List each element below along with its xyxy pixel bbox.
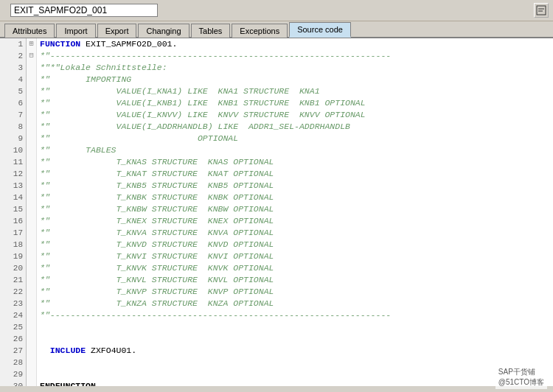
tab-attributes[interactable]: Attributes — [4, 24, 55, 38]
line-marker — [27, 109, 36, 121]
line-marker — [27, 368, 36, 380]
line-marker — [27, 274, 36, 286]
code-line: *" T_KNVD STRUCTURE KNVD OPTIONAL — [40, 239, 550, 251]
line-number: 28 — [0, 357, 26, 368]
line-number: 21 — [0, 274, 26, 286]
code-line — [40, 333, 550, 345]
line-marker — [27, 286, 36, 298]
line-number: 12 — [0, 168, 26, 180]
code-line: INCLUDE ZXFO4U01. — [40, 345, 550, 357]
code-line: *" VALUE(I_KNB1) LIKE KNB1 STRUCTURE KNB… — [40, 97, 550, 109]
line-marker — [27, 97, 36, 109]
line-marker — [27, 144, 36, 156]
line-number: 7 — [0, 109, 26, 121]
tab-export[interactable]: Export — [97, 24, 137, 38]
tab-import[interactable]: Import — [56, 24, 95, 38]
line-number: 2 — [0, 50, 26, 62]
code-content[interactable]: FUNCTION EXIT_SAPMFO2D_001.*"-----------… — [37, 38, 553, 386]
line-number: 20 — [0, 262, 26, 274]
code-line: *"--------------------------------------… — [40, 309, 550, 321]
line-number: 17 — [0, 227, 26, 239]
line-marker: ⊟ — [27, 50, 36, 62]
line-marker — [27, 345, 36, 357]
code-line: *" T_KNAS STRUCTURE KNAS OPTIONAL — [40, 156, 550, 168]
line-number: 30 — [0, 380, 26, 386]
line-number: 16 — [0, 215, 26, 227]
line-marker — [27, 156, 36, 168]
code-line: *" VALUE(I_KNA1) LIKE KNA1 STRUCTURE KNA… — [40, 85, 550, 97]
line-marker: ⊞ — [27, 38, 36, 50]
code-line: *" T_KNVA STRUCTURE KNVA OPTIONAL — [40, 227, 550, 239]
line-number: 23 — [0, 298, 26, 309]
watermark-line2: @51CTO博客 — [498, 377, 544, 388]
line-number: 11 — [0, 156, 26, 168]
line-marker — [27, 357, 36, 368]
code-line: *" T_KNAT STRUCTURE KNAT OPTIONAL — [40, 168, 550, 180]
line-marker — [27, 74, 36, 85]
tab-tables[interactable]: Tables — [191, 24, 231, 38]
line-numbers: 1234567891011121314151617181920212223242… — [0, 38, 27, 386]
line-number: 10 — [0, 144, 26, 156]
code-line: *" IMPORTING — [40, 74, 550, 85]
module-name-input[interactable] — [10, 4, 158, 17]
marker-col: ⊞⊟ — [27, 38, 37, 386]
tab-source-code[interactable]: Source code — [289, 22, 351, 38]
line-marker — [27, 133, 36, 144]
line-number: 25 — [0, 321, 26, 333]
code-line — [40, 368, 550, 380]
line-number: 18 — [0, 239, 26, 251]
line-number: 13 — [0, 180, 26, 192]
line-number: 19 — [0, 251, 26, 262]
line-number: 8 — [0, 121, 26, 133]
code-line: FUNCTION EXIT_SAPMFO2D_001. — [40, 38, 550, 50]
line-marker — [27, 380, 36, 386]
line-marker — [27, 203, 36, 215]
line-number: 6 — [0, 97, 26, 109]
line-number: 14 — [0, 192, 26, 203]
line-marker — [27, 180, 36, 192]
line-number: 4 — [0, 74, 26, 85]
watermark: SAP干货铺 @51CTO博客 — [495, 365, 547, 389]
code-line: ENDFUNCTION. — [40, 380, 550, 386]
tab-exceptions[interactable]: Exceptions — [232, 24, 288, 38]
code-line: *" T_KNVK STRUCTURE KNVK OPTIONAL — [40, 262, 550, 274]
line-marker — [27, 239, 36, 251]
code-line — [40, 357, 550, 368]
code-line: *" T_KNEX STRUCTURE KNEX OPTIONAL — [40, 215, 550, 227]
line-number: 15 — [0, 203, 26, 215]
line-number: 9 — [0, 133, 26, 144]
icon-button[interactable] — [534, 3, 549, 18]
code-line: *" VALUE(I_ADDRHANDLB) LIKE ADDR1_SEL-AD… — [40, 121, 550, 133]
code-line — [40, 321, 550, 333]
line-marker — [27, 227, 36, 239]
line-marker — [27, 168, 36, 180]
code-line: *" T_KNVI STRUCTURE KNVI OPTIONAL — [40, 251, 550, 262]
line-marker — [27, 321, 36, 333]
line-marker — [27, 298, 36, 309]
line-marker — [27, 251, 36, 262]
line-marker — [27, 121, 36, 133]
line-marker — [27, 262, 36, 274]
code-line: *" TABLES — [40, 144, 550, 156]
line-number: 29 — [0, 368, 26, 380]
line-number: 26 — [0, 333, 26, 345]
code-line: *" T_KNBW STRUCTURE KNBW OPTIONAL — [40, 203, 550, 215]
line-number: 3 — [0, 62, 26, 74]
code-line: *" T_KNBK STRUCTURE KNBK OPTIONAL — [40, 192, 550, 203]
code-line: *"*"Lokale Schnittstelle: — [40, 62, 550, 74]
tab-changing[interactable]: Changing — [138, 24, 189, 38]
line-marker — [27, 192, 36, 203]
line-marker — [27, 333, 36, 345]
code-area: 1234567891011121314151617181920212223242… — [0, 38, 553, 386]
line-number: 24 — [0, 309, 26, 321]
code-line: *"--------------------------------------… — [40, 50, 550, 62]
line-marker — [27, 62, 36, 74]
code-line: *" T_KNVP STRUCTURE KNVP OPTIONAL — [40, 286, 550, 298]
line-marker — [27, 215, 36, 227]
line-number: 27 — [0, 345, 26, 357]
line-number: 5 — [0, 85, 26, 97]
code-line: *" VALUE(I_KNVV) LIKE KNVV STRUCTURE KNV… — [40, 109, 550, 121]
code-line: *" T_KNVL STRUCTURE KNVL OPTIONAL — [40, 274, 550, 286]
title-bar — [0, 0, 553, 21]
code-line: *" T_KNZA STRUCTURE KNZA OPTIONAL — [40, 298, 550, 309]
